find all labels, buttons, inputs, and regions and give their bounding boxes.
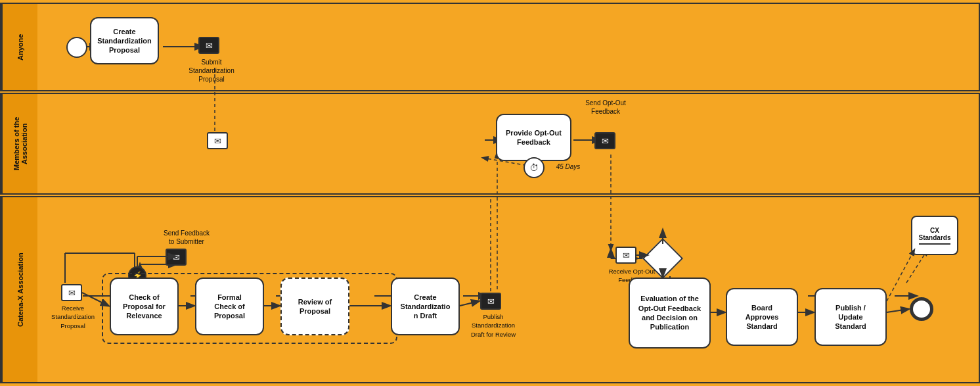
timer-icon: ⏱ xyxy=(529,162,539,173)
lane-catena-content: ✉ Receive Standardization Proposal ⚡ ✉ S… xyxy=(37,197,979,382)
envelope-icon: ✉ xyxy=(206,41,213,51)
create-std-draft-task[interactable]: Create Standardizatio n Draft xyxy=(391,277,460,335)
envelope-icon-feedback: ✉ xyxy=(173,253,180,262)
svg-line-38 xyxy=(887,250,914,301)
submit-message-event: ✉ xyxy=(198,37,219,54)
evaluation-task[interactable]: Evaluation of the Opt-Out Feedback and D… xyxy=(629,277,711,349)
publish-update-task[interactable]: Publish / Update Standard xyxy=(814,288,887,346)
envelope-icon-optout: ✉ xyxy=(602,136,609,146)
send-feedback-msg: ✉ xyxy=(166,249,187,266)
lane-anyone-content: Create Standardization Proposal ✉ Submit… xyxy=(37,4,979,90)
create-proposal-task[interactable]: Create Standardization Proposal xyxy=(90,17,159,64)
submit-label: Submit Standardization Proposal xyxy=(185,58,238,84)
timer-event: ⏱ xyxy=(523,157,545,178)
lane-members-label: Members of the Association xyxy=(1,94,37,193)
start-event xyxy=(66,37,87,58)
lane-catena: Catena-X Association ✉ Receive Standardi… xyxy=(0,196,980,383)
send-optout-label: Send Opt-Out Feedback xyxy=(576,99,635,116)
lane-anyone: Anyone Create Standardization Proposal ✉… xyxy=(0,3,980,91)
provide-optout-task[interactable]: Provide Opt-Out Feedback xyxy=(496,114,571,161)
receive-msg-members: ✉ xyxy=(207,132,228,149)
board-approves-task[interactable]: Board Approves Standard xyxy=(726,288,798,346)
lane-members: Members of the Association ✉ Provide Opt… xyxy=(0,93,980,195)
envelope-icon-optout-receive: ✉ xyxy=(623,251,630,260)
lane-members-content: ✉ Provide Opt-Out Feedback ✉ Send Opt-Ou… xyxy=(37,94,979,193)
envelope-icon-receive-std: ✉ xyxy=(68,288,76,298)
envelope-icon-publish-draft: ✉ xyxy=(487,297,495,306)
check-proposal-task[interactable]: Check of Proposal for Relevance xyxy=(110,277,179,335)
cx-standards-store: CX Standards xyxy=(911,216,958,255)
svg-line-31 xyxy=(460,301,479,306)
lane-anyone-label: Anyone xyxy=(1,4,37,90)
send-feedback-label: Send Feedback to Submitter xyxy=(157,229,216,246)
receive-std-label: Receive Standardization Proposal xyxy=(44,304,102,330)
publish-draft-msg: ✉ xyxy=(480,293,501,310)
timer-label: 45 Days xyxy=(548,162,588,171)
lane-catena-label: Catena-X Association xyxy=(1,197,37,382)
svg-line-37 xyxy=(887,309,908,312)
end-event xyxy=(910,297,933,321)
envelope-icon-members: ✉ xyxy=(214,136,221,146)
formal-check-task[interactable]: Formal Check of Proposal xyxy=(195,277,264,335)
receive-std-proposal-msg: ✉ xyxy=(61,284,82,301)
publish-draft-label: Publish Standardization Draft for Review xyxy=(464,312,522,339)
send-optout-msg: ✉ xyxy=(594,132,615,149)
review-proposal-task[interactable]: Review of Proposal xyxy=(280,277,349,335)
bpmn-diagram: Anyone Create Standardization Proposal ✉… xyxy=(0,0,980,386)
receive-optout-msg: ✉ xyxy=(615,247,636,264)
